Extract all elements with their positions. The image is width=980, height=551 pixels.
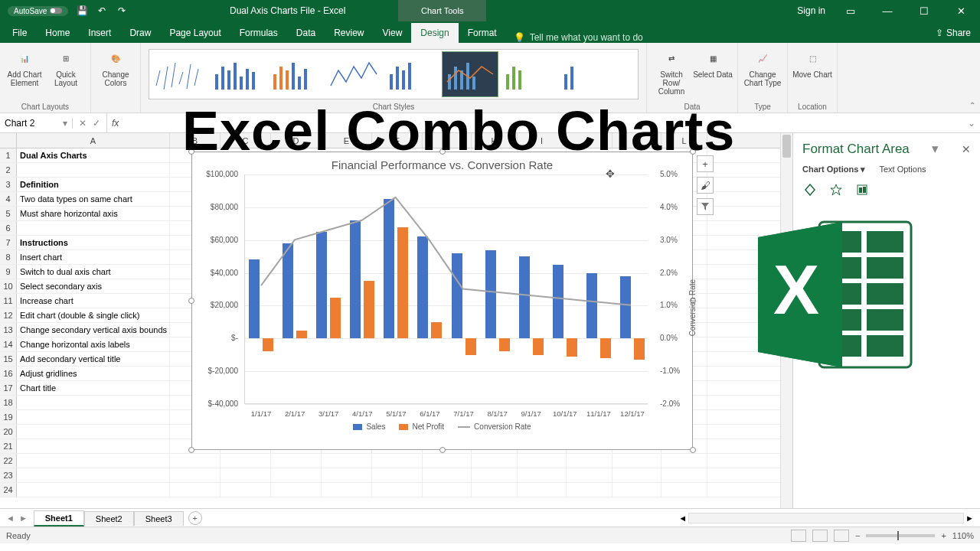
- view-normal-button[interactable]: [791, 530, 806, 542]
- cell[interactable]: [662, 468, 707, 482]
- style-thumb[interactable]: [558, 51, 615, 97]
- close-pane-button[interactable]: ✕: [962, 143, 971, 155]
- cell[interactable]: [322, 468, 372, 482]
- row-header[interactable]: 10: [0, 279, 17, 293]
- quick-layout-button[interactable]: ⊞ Quick Layout: [46, 46, 86, 87]
- cell[interactable]: [372, 454, 423, 468]
- cell[interactable]: [662, 483, 707, 497]
- sheet-tab-1[interactable]: Sheet1: [34, 510, 84, 527]
- maximize-button[interactable]: ☐: [913, 5, 936, 17]
- add-sheet-button[interactable]: +: [188, 511, 202, 525]
- cell[interactable]: [17, 439, 170, 453]
- cell[interactable]: Two data types on same chart: [17, 192, 170, 206]
- spreadsheet-grid[interactable]: ABCDEFGHIJKL 1Dual Axis Charts23Definiti…: [0, 133, 780, 508]
- row-header[interactable]: 18: [0, 396, 17, 409]
- tell-me-search[interactable]: 💡 Tell me what you want to do: [514, 32, 643, 43]
- style-thumb[interactable]: [209, 51, 266, 97]
- hscroll-left-icon[interactable]: ◄: [678, 514, 687, 523]
- row-header[interactable]: 8: [0, 250, 17, 264]
- move-chart-button[interactable]: ⬚ Move Chart: [792, 46, 832, 79]
- row-header[interactable]: 21: [0, 439, 17, 453]
- redo-icon[interactable]: ↷: [116, 5, 128, 17]
- grid-row[interactable]: 24: [0, 483, 780, 497]
- expand-formula-bar-icon[interactable]: ⌄: [963, 118, 980, 129]
- effects-icon[interactable]: [828, 182, 844, 197]
- style-thumb[interactable]: [151, 51, 207, 97]
- cell[interactable]: [220, 483, 271, 497]
- tab-format[interactable]: Format: [459, 23, 506, 43]
- ribbon-display-icon[interactable]: ▭: [839, 5, 862, 17]
- resize-handle[interactable]: [188, 447, 194, 453]
- share-button[interactable]: ⇪ Share: [926, 23, 980, 43]
- cell[interactable]: [472, 483, 518, 497]
- row-header[interactable]: 12: [0, 308, 17, 322]
- resize-handle[interactable]: [439, 447, 446, 453]
- horizontal-scrollbar[interactable]: [688, 513, 964, 523]
- sheet-nav-prev-icon[interactable]: ◄: [6, 514, 15, 523]
- zoom-in-button[interactable]: +: [941, 531, 946, 540]
- cell[interactable]: [17, 454, 170, 468]
- column-header[interactable]: A: [17, 133, 170, 148]
- cell[interactable]: [17, 221, 170, 235]
- grid-row[interactable]: 23: [0, 468, 780, 483]
- change-colors-button[interactable]: 🎨 Change Colors: [96, 46, 136, 87]
- sign-in-link[interactable]: Sign in: [797, 5, 825, 16]
- cell[interactable]: [322, 454, 372, 468]
- cell[interactable]: Dual Axis Charts: [17, 148, 170, 162]
- row-header[interactable]: 1: [0, 148, 17, 162]
- row-header[interactable]: 14: [0, 337, 17, 351]
- chart-filter-button[interactable]: [697, 198, 714, 215]
- row-header[interactable]: 16: [0, 367, 17, 380]
- cell[interactable]: [17, 483, 170, 497]
- switch-row-column-button[interactable]: ⇄ Switch Row/ Column: [652, 46, 691, 96]
- tab-review[interactable]: Review: [325, 23, 373, 43]
- zoom-slider[interactable]: [866, 534, 935, 537]
- row-header[interactable]: 5: [0, 207, 17, 220]
- cell[interactable]: [518, 454, 567, 468]
- row-header[interactable]: 13: [0, 323, 17, 337]
- cell[interactable]: [170, 468, 220, 482]
- fill-line-icon[interactable]: [802, 182, 818, 197]
- cell[interactable]: Must share horizontal axis: [17, 207, 170, 220]
- cell[interactable]: [423, 468, 472, 482]
- zoom-level[interactable]: 110%: [952, 531, 974, 540]
- tab-page-layout[interactable]: Page Layout: [160, 23, 230, 43]
- cell[interactable]: [17, 163, 170, 177]
- cell[interactable]: [472, 468, 518, 482]
- sheet-nav-next-icon[interactable]: ►: [19, 514, 28, 523]
- row-header[interactable]: 9: [0, 265, 17, 279]
- row-header[interactable]: 2: [0, 163, 17, 177]
- tab-view[interactable]: View: [374, 23, 412, 43]
- tab-design[interactable]: Design: [411, 23, 458, 43]
- pane-tab-chart-options[interactable]: Chart Options ▾: [802, 165, 865, 174]
- row-header[interactable]: 20: [0, 425, 17, 439]
- save-icon[interactable]: 💾: [76, 5, 88, 17]
- row-header[interactable]: 22: [0, 454, 17, 468]
- change-chart-type-button[interactable]: 📈 Change Chart Type: [743, 46, 782, 87]
- cell[interactable]: Change horizontal axis labels: [17, 337, 170, 351]
- cell[interactable]: [17, 468, 170, 482]
- undo-icon[interactable]: ↶: [96, 5, 108, 17]
- row-header[interactable]: 17: [0, 381, 17, 395]
- cell[interactable]: [372, 468, 423, 482]
- pane-options-icon[interactable]: ▾: [932, 141, 939, 157]
- row-header[interactable]: 7: [0, 236, 17, 249]
- row-header[interactable]: 15: [0, 352, 17, 366]
- line-conversion-rate[interactable]: [261, 197, 631, 305]
- cell[interactable]: [271, 454, 322, 468]
- row-header[interactable]: 24: [0, 483, 17, 497]
- row-header[interactable]: 6: [0, 221, 17, 235]
- cell[interactable]: Select secondary axis: [17, 279, 170, 293]
- chart-styles-gallery[interactable]: [149, 49, 639, 99]
- zoom-out-button[interactable]: −: [855, 531, 860, 540]
- cell[interactable]: [612, 454, 662, 468]
- cell[interactable]: [662, 454, 707, 468]
- cell[interactable]: [612, 483, 662, 497]
- cell[interactable]: [423, 454, 472, 468]
- row-header[interactable]: 3: [0, 178, 17, 191]
- cell[interactable]: [518, 468, 567, 482]
- row-header[interactable]: 11: [0, 294, 17, 308]
- embedded-chart[interactable]: + 🖌 ✥ Financial Performance vs. Conversi…: [191, 152, 693, 450]
- tab-file[interactable]: File: [3, 23, 36, 43]
- cell[interactable]: [567, 483, 612, 497]
